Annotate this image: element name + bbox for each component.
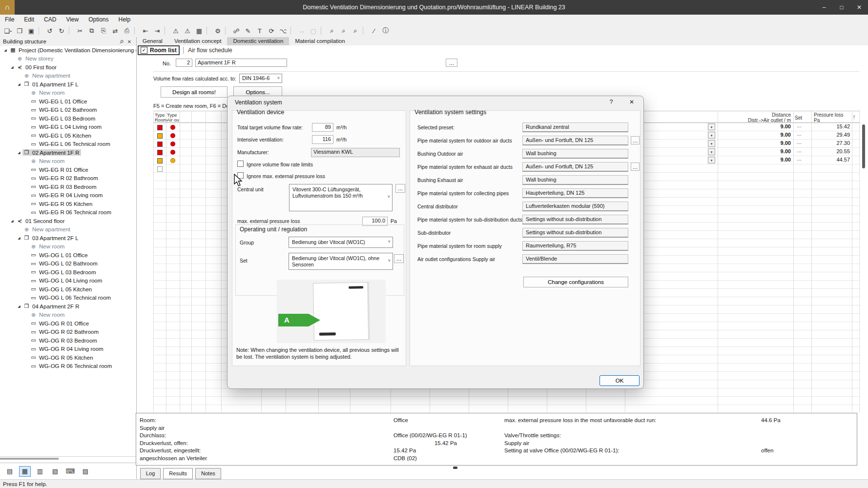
toolbar-button[interactable]: ⚙	[212, 25, 224, 36]
pressure-loss-cell[interactable]: 27.30	[813, 140, 850, 146]
tree-item[interactable]: ▭ WG-OG L 01 Office	[0, 251, 136, 260]
keyboard-view-icon[interactable]: ⌨	[64, 466, 76, 477]
toolbar-button[interactable]: ⇥	[151, 25, 163, 36]
close-button[interactable]: ✕	[850, 0, 868, 15]
tree-item[interactable]: ▭ WG-EG R 06 Technical room	[0, 208, 136, 217]
toolbar-button[interactable]: ⓘ	[380, 25, 392, 36]
tree-item[interactable]: ⊕ New room	[0, 157, 136, 166]
settings-value-field[interactable]: Außen- und Fortluft, DN 125	[522, 162, 628, 172]
settings-value-field[interactable]: Settings without sub-distribution	[522, 215, 628, 224]
toolbar-button[interactable]: ⧉	[86, 25, 98, 36]
menu-item[interactable]: CAD	[39, 16, 61, 23]
tree-item[interactable]: ▭ WG-OG R 05 Kitchen	[0, 353, 136, 362]
toolbar-button[interactable]: ⌥	[277, 25, 289, 36]
expand-arrow[interactable]: ◢	[9, 219, 16, 223]
building-view-icon[interactable]: ▥	[34, 466, 46, 477]
tree-item[interactable]: ◢ ❐ 01 Apartment 1F L	[0, 80, 136, 89]
settings-value-field[interactable]: Settings without sub-distribution	[522, 228, 628, 238]
expand-arrow[interactable]: ◢	[16, 236, 22, 240]
room-type-row[interactable]	[153, 148, 180, 156]
column-header[interactable]: Air ou	[167, 117, 179, 122]
set-cell[interactable]: …	[794, 131, 805, 137]
pressure-loss-cell[interactable]: 15.42	[813, 123, 850, 129]
set-cell[interactable]: …	[794, 140, 805, 145]
toolbar-button[interactable]: ⇤	[140, 25, 151, 36]
toolbar-button[interactable]	[207, 27, 210, 35]
set-column-header[interactable]: Set	[795, 115, 802, 121]
manufacturer-field[interactable]: Viessmann KWL	[311, 148, 400, 157]
flow-standard-select[interactable]: DIN 1946-6 ˅	[239, 74, 282, 83]
pressure-loss-cell[interactable]: 29.49	[813, 132, 850, 138]
tree-item[interactable]: ▭ WG-EG R 05 Kitchen	[0, 200, 136, 208]
tree-item[interactable]: ◢ ▦ Project (Domestic Ventilation Dimens…	[0, 46, 136, 55]
toolbar-button[interactable]: ▢	[308, 25, 319, 36]
expand-arrow[interactable]: ◢	[2, 48, 9, 52]
group-select[interactable]: Bedienung über Vitocal (WO1C) ˅	[289, 237, 393, 248]
toolbar-button[interactable]	[69, 27, 73, 35]
minimize-button[interactable]: –	[815, 0, 833, 15]
pressure-column-subheader[interactable]: Pa	[814, 118, 820, 123]
tree-item[interactable]: ◢ ❐ 02 Apartment 1F R	[0, 148, 136, 157]
expanded-icon[interactable]: ◢	[4, 48, 6, 52]
tree-item[interactable]: ▭ WG-OG L 03 Bedroom	[0, 268, 136, 277]
room-type-row[interactable]	[153, 123, 180, 131]
apartment-name-field[interactable]: Apartment 1F R	[195, 59, 287, 67]
close-panel-icon[interactable]: ✕	[125, 39, 133, 44]
main-tab[interactable]: Domestic ventilation	[227, 37, 289, 45]
tree-item[interactable]: ▭ WG-OG R 03 Bedroom	[0, 336, 136, 345]
toolbar-button[interactable]: ▦	[193, 25, 205, 36]
tree-item[interactable]: ▭ WG-EG L 03 Bedroom	[0, 114, 136, 123]
settings-value-field[interactable]: Raumverteilung, R75	[522, 241, 628, 251]
tree-horizontal-scrollbar[interactable]	[0, 456, 136, 460]
rooms-view-icon[interactable]: ▤	[4, 466, 16, 477]
expand-arrow[interactable]: ◢	[16, 305, 22, 308]
row-dropdown-button[interactable]: ▾	[708, 132, 715, 139]
toolbar-button[interactable]: ❒	[14, 25, 25, 36]
room-type-row[interactable]	[153, 140, 180, 148]
tree-item[interactable]: ▭ WG-EG L 04 Living room	[0, 123, 136, 132]
ignore-pressure-loss-label[interactable]: Ignore max. external pressure loss	[247, 173, 325, 179]
browse-button[interactable]: …	[631, 136, 640, 144]
row-dropdown-button[interactable]: ▾	[708, 148, 715, 155]
toolbar-button[interactable]: ☍	[230, 25, 242, 36]
menu-item[interactable]: File	[0, 16, 19, 23]
menu-item[interactable]: Edit	[19, 16, 39, 23]
set-browse-button[interactable]: …	[394, 254, 404, 263]
toolbar-button[interactable]: ✂	[74, 25, 86, 36]
toolbar-button[interactable]: ⚠	[170, 25, 182, 36]
main-tab[interactable]: Material compilation	[289, 37, 351, 45]
row-dropdown-button[interactable]: ▾	[708, 157, 715, 163]
bottom-tab[interactable]: Results	[163, 468, 193, 479]
settings-value-field[interactable]: Wall bushing	[522, 175, 628, 185]
dropdown-icon[interactable]: ▾	[10, 29, 12, 33]
expanded-icon[interactable]: ◢	[18, 236, 20, 240]
expand-arrow[interactable]: ◢	[16, 82, 22, 86]
toolbar-button[interactable]: ⚠	[182, 25, 193, 36]
tree-item[interactable]: ▭ WG-OG L 04 Living room	[0, 277, 136, 285]
column-header[interactable]: Room	[155, 117, 167, 122]
row-dropdown-button[interactable]: ▾	[708, 140, 715, 147]
tree-item[interactable]: ▭ WG-OG R 04 Living room	[0, 345, 136, 354]
settings-value-field[interactable]: Hauptverteilung, DN 125	[522, 188, 628, 198]
tree-item[interactable]: ⊕ New apartment	[0, 225, 136, 234]
set-select[interactable]: Bedienung über Vitocal (WO1C), ohne Sens…	[289, 253, 393, 270]
toolbar-button[interactable]: ⎘	[98, 25, 109, 36]
toolbar-button[interactable]: ⟳	[266, 25, 277, 36]
tree-item[interactable]: ⊕ New room	[0, 243, 136, 251]
pressure-column-header[interactable]: Pressure loss	[814, 112, 844, 118]
toolbar-button[interactable]	[225, 27, 229, 35]
toolbar-button[interactable]: ⌕	[326, 25, 338, 36]
central-unit-browse-button[interactable]: …	[395, 184, 405, 193]
expand-arrow[interactable]: ◢	[16, 151, 22, 155]
tree-item[interactable]: ▭ WG-EG R 03 Bedroom	[0, 183, 136, 191]
total-flow-field[interactable]: 89	[312, 123, 333, 132]
tree-item[interactable]: ◢ ❐ 03 Apartment 2F L	[0, 234, 136, 243]
pressure-loss-cell[interactable]: 44.57	[813, 157, 850, 163]
set-cell[interactable]: …	[794, 156, 805, 162]
toolbar-button[interactable]: ⌕	[338, 25, 350, 36]
settings-value-field[interactable]: Luftverteilerkasten modular (590)	[522, 202, 628, 211]
toolbar-button[interactable]: T	[254, 25, 266, 36]
room-type-row[interactable]	[153, 156, 180, 164]
toolbar-button[interactable]	[165, 27, 168, 35]
bottom-tab[interactable]: Log	[140, 468, 161, 479]
